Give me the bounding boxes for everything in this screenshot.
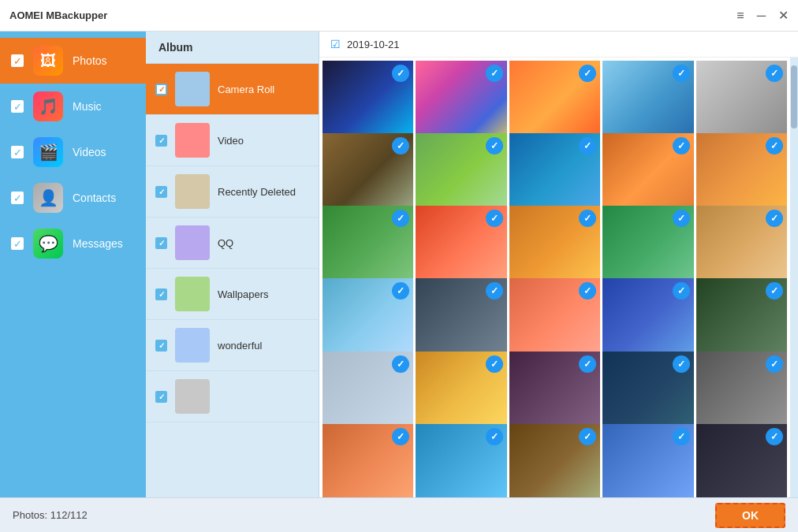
scroll-thumb[interactable]: [791, 65, 797, 128]
album-item-qq[interactable]: ✓QQ: [146, 218, 319, 269]
photo-check-19: ✓: [673, 282, 690, 299]
album-checkbox-video[interactable]: ✓: [155, 135, 167, 147]
album-header: Album: [146, 32, 319, 64]
album-name-wallpapers: Wallpapers: [218, 288, 269, 300]
sidebar-label-music: Music: [73, 100, 102, 113]
date-check-icon: ☑: [330, 38, 341, 50]
photo-cell-27[interactable]: ✓: [416, 424, 506, 497]
ok-button[interactable]: OK: [715, 503, 785, 528]
sidebar-label-photos: Photos: [73, 54, 107, 67]
album-thumb-more: [175, 379, 210, 414]
photo-check-28: ✓: [579, 428, 596, 445]
sidebar-checkbox-videos[interactable]: ✓: [11, 146, 24, 158]
photo-check-30: ✓: [766, 428, 783, 445]
photo-check-22: ✓: [486, 355, 503, 373]
main-content: ✓🖼Photos✓🎵Music✓🎬Videos✓👤Contacts✓💬Messa…: [0, 32, 798, 497]
album-thumb-recently-deleted: [175, 174, 210, 209]
photo-check-4: ✓: [673, 65, 690, 82]
photo-grid: ✓✓✓✓✓✓✓✓✓✓✓✓✓✓✓✓✓✓✓✓✓✓✓✓✓✓✓✓✓✓: [319, 58, 790, 497]
photo-check-21: ✓: [392, 355, 409, 373]
photo-cell-29[interactable]: ✓: [602, 424, 693, 497]
footer: Photos: 112/112 OK: [0, 497, 798, 532]
sidebar-item-videos[interactable]: ✓🎬Videos: [0, 129, 146, 175]
album-panel: Album ✓Camera Roll✓Video✓Recently Delete…: [146, 32, 319, 497]
sidebar-label-messages: Messages: [73, 237, 123, 250]
photo-check-29: ✓: [673, 428, 690, 445]
album-thumb-wonderful: [175, 328, 210, 363]
sidebar-item-contacts[interactable]: ✓👤Contacts: [0, 175, 146, 221]
album-checkbox-camera-roll[interactable]: ✓: [155, 84, 167, 95]
videos-icon: 🎬: [33, 137, 63, 167]
photo-check-14: ✓: [673, 210, 690, 227]
sidebar-item-messages[interactable]: ✓💬Messages: [0, 221, 146, 266]
album-checkbox-qq[interactable]: ✓: [155, 237, 167, 249]
photo-count: Photos: 112/112: [13, 509, 88, 521]
album-thumb-wallpapers: [175, 277, 210, 311]
photo-check-10: ✓: [766, 137, 783, 154]
photo-check-25: ✓: [766, 355, 783, 373]
photo-date: 2019-10-21: [347, 39, 400, 50]
album-name-camera-roll: Camera Roll: [218, 84, 274, 95]
album-thumb-qq: [175, 225, 210, 260]
album-thumb-camera-roll: [175, 72, 210, 106]
photo-header: ☑ 2019-10-21: [319, 32, 798, 58]
album-item-wonderful[interactable]: ✓wonderful: [146, 320, 319, 371]
album-checkbox-more[interactable]: ✓: [155, 391, 167, 403]
sidebar-checkbox-photos[interactable]: ✓: [11, 54, 24, 67]
album-item-camera-roll[interactable]: ✓Camera Roll: [146, 64, 319, 115]
album-item-wallpapers[interactable]: ✓Wallpapers: [146, 269, 319, 320]
scrollbar[interactable]: [790, 58, 798, 497]
sidebar-item-photos[interactable]: ✓🖼Photos: [0, 38, 146, 84]
album-name-recently-deleted: Recently Deleted: [218, 186, 296, 198]
photo-check-24: ✓: [673, 355, 690, 373]
photo-check-27: ✓: [486, 428, 503, 445]
album-name-video: Video: [218, 135, 244, 147]
sidebar-label-contacts: Contacts: [73, 192, 116, 204]
photo-check-9: ✓: [673, 137, 690, 154]
photo-check-7: ✓: [486, 137, 503, 154]
sidebar: ✓🖼Photos✓🎵Music✓🎬Videos✓👤Contacts✓💬Messa…: [0, 32, 146, 497]
music-icon: 🎵: [33, 91, 63, 121]
close-button[interactable]: ✕: [778, 9, 789, 22]
album-checkbox-wallpapers[interactable]: ✓: [155, 288, 167, 300]
sidebar-label-videos: Videos: [73, 146, 106, 158]
contacts-icon: 👤: [33, 183, 63, 213]
album-item-more[interactable]: ✓: [146, 371, 319, 422]
app-title: AOMEI MBackupper: [9, 9, 736, 21]
sidebar-checkbox-music[interactable]: ✓: [11, 100, 24, 113]
album-item-recently-deleted[interactable]: ✓Recently Deleted: [146, 166, 319, 218]
photo-cell-28[interactable]: ✓: [509, 424, 600, 497]
window-controls: ≡ ─ ✕: [736, 9, 789, 22]
messages-icon: 💬: [33, 229, 63, 259]
sidebar-checkbox-messages[interactable]: ✓: [11, 237, 24, 250]
photo-check-5: ✓: [766, 65, 783, 82]
photo-cell-30[interactable]: ✓: [696, 424, 787, 497]
menu-icon[interactable]: ≡: [736, 9, 744, 22]
album-checkbox-recently-deleted[interactable]: ✓: [155, 186, 167, 198]
photos-icon: 🖼: [33, 46, 63, 76]
photo-check-12: ✓: [486, 210, 503, 227]
minimize-button[interactable]: ─: [757, 9, 766, 22]
sidebar-checkbox-contacts[interactable]: ✓: [11, 192, 24, 204]
album-checkbox-wonderful[interactable]: ✓: [155, 340, 167, 352]
album-name-qq: QQ: [218, 237, 233, 249]
album-list: ✓Camera Roll✓Video✓Recently Deleted✓QQ✓W…: [146, 64, 319, 497]
album-thumb-video: [175, 123, 210, 158]
photo-panel: ☑ 2019-10-21 ✓✓✓✓✓✓✓✓✓✓✓✓✓✓✓✓✓✓✓✓✓✓✓✓✓✓✓…: [319, 32, 798, 497]
photo-cell-26[interactable]: ✓: [323, 424, 413, 497]
sidebar-item-music[interactable]: ✓🎵Music: [0, 84, 146, 129]
photo-check-23: ✓: [579, 355, 596, 373]
album-item-video[interactable]: ✓Video: [146, 115, 319, 166]
photo-check-2: ✓: [486, 65, 503, 82]
titlebar: AOMEI MBackupper ≡ ─ ✕: [0, 0, 798, 32]
album-name-wonderful: wonderful: [218, 340, 262, 352]
